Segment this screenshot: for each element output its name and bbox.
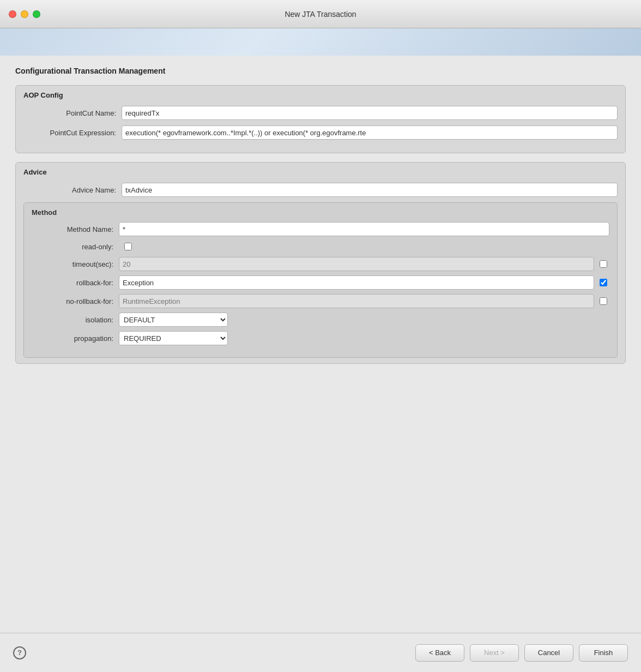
no-rollback-for-label: no-rollback-for:	[32, 297, 119, 305]
help-button[interactable]: ?	[13, 646, 26, 659]
maximize-button[interactable]	[33, 10, 40, 18]
pointcut-expression-input[interactable]	[122, 125, 618, 140]
pointcut-expression-row: PointCut Expression:	[23, 125, 618, 140]
pointcut-name-label: PointCut Name:	[23, 109, 122, 117]
advice-body: Advice Name: Method Method Name: read-on…	[16, 181, 625, 363]
advice-panel: Advice Advice Name: Method Method Name: …	[15, 162, 626, 364]
aop-config-panel: AOP Config PointCut Name: PointCut Expre…	[15, 85, 626, 153]
timeout-checkbox[interactable]	[600, 260, 607, 268]
timeout-checkbox-wrapper	[597, 258, 609, 270]
advice-name-row: Advice Name:	[23, 183, 618, 197]
finish-button[interactable]: Finish	[579, 644, 628, 662]
timeout-label: timeout(sec):	[32, 260, 119, 268]
read-only-checkbox-wrapper	[122, 241, 134, 253]
pointcut-name-row: PointCut Name:	[23, 106, 618, 120]
window-title: New JTA Transaction	[285, 10, 356, 19]
aop-config-body: PointCut Name: PointCut Expression:	[16, 104, 625, 153]
cancel-button[interactable]: Cancel	[524, 644, 573, 662]
isolation-select[interactable]: DEFAULT READ_COMMITTED READ_UNCOMMITTED …	[119, 313, 228, 327]
method-section: Method Method Name: read-only: timeout(s…	[23, 202, 618, 358]
back-button[interactable]: < Back	[415, 644, 464, 662]
advice-name-input[interactable]	[122, 183, 618, 197]
propagation-select[interactable]: REQUIRED REQUIRES_NEW MANDATORY SUPPORTS…	[119, 331, 228, 345]
advice-name-label: Advice Name:	[23, 186, 122, 194]
timeout-input[interactable]	[119, 257, 594, 271]
propagation-label: propagation:	[32, 334, 119, 343]
bottom-bar: ? < Back Next > Cancel Finish	[0, 633, 641, 672]
bottom-buttons: < Back Next > Cancel Finish	[415, 644, 628, 662]
isolation-label: isolation:	[32, 316, 119, 324]
no-rollback-for-checkbox-wrapper	[597, 295, 609, 307]
pointcut-expression-label: PointCut Expression:	[23, 129, 122, 137]
pointcut-name-input[interactable]	[122, 106, 618, 120]
page-subtitle: Configurational Transaction Management	[15, 67, 626, 75]
propagation-row: propagation: REQUIRED REQUIRES_NEW MANDA…	[32, 331, 609, 345]
method-name-label: Method Name:	[32, 225, 119, 233]
aop-config-title: AOP Config	[16, 86, 625, 104]
main-content: Configurational Transaction Management A…	[0, 56, 641, 633]
rollback-for-input[interactable]	[119, 275, 594, 290]
read-only-label: read-only:	[32, 243, 119, 251]
isolation-row: isolation: DEFAULT READ_COMMITTED READ_U…	[32, 313, 609, 327]
rollback-for-checkbox[interactable]	[600, 279, 607, 286]
no-rollback-for-input[interactable]	[119, 294, 594, 308]
no-rollback-for-checkbox[interactable]	[600, 297, 607, 305]
timeout-row: timeout(sec):	[32, 257, 609, 271]
minimize-button[interactable]	[21, 10, 28, 18]
rollback-for-checkbox-wrapper	[597, 277, 609, 289]
close-button[interactable]	[9, 10, 16, 18]
read-only-row: read-only:	[32, 241, 609, 253]
next-button[interactable]: Next >	[470, 644, 519, 662]
title-bar: New JTA Transaction	[0, 0, 641, 28]
no-rollback-for-row: no-rollback-for:	[32, 294, 609, 308]
read-only-checkbox[interactable]	[124, 243, 132, 250]
method-name-input[interactable]	[119, 222, 609, 236]
advice-title: Advice	[16, 163, 625, 181]
method-title: Method	[32, 208, 609, 217]
rollback-for-row: rollback-for:	[32, 275, 609, 290]
window-controls	[9, 10, 40, 18]
rollback-for-label: rollback-for:	[32, 279, 119, 287]
method-name-row: Method Name:	[32, 222, 609, 236]
banner	[0, 28, 641, 56]
